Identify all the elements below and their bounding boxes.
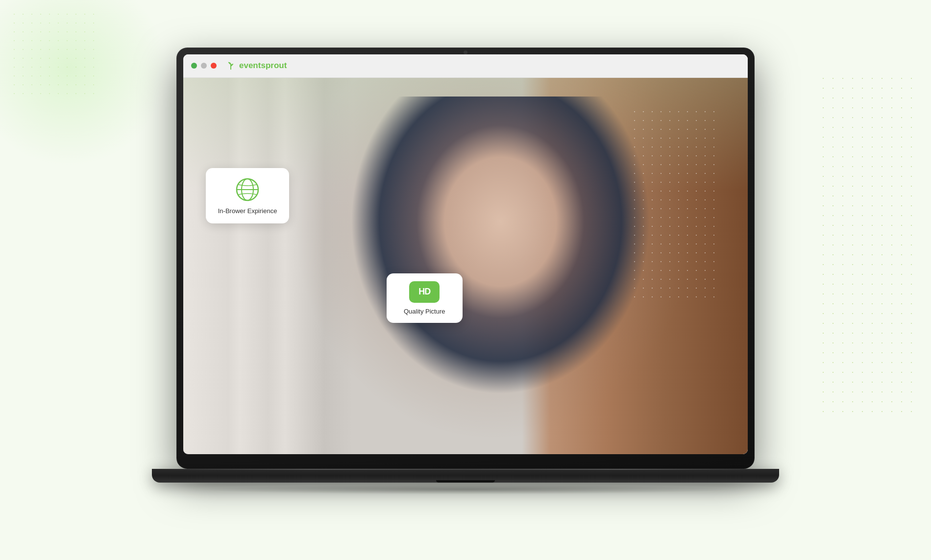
trackpad-notch	[436, 480, 495, 483]
scene-dot-overlay	[630, 107, 718, 303]
logo-text: eventsprout	[239, 61, 287, 71]
dot-grid-right	[818, 73, 916, 416]
badge-hd-quality: HD Quality Picture	[387, 273, 463, 323]
laptop-mockup: eventsprout	[157, 48, 774, 513]
dot-grid-topleft	[10, 10, 98, 98]
logo-event: event	[239, 61, 261, 70]
person-figure	[324, 97, 663, 454]
sprout-logo-icon	[225, 60, 236, 71]
video-content-area: In-Brower Expirience HD Quality Picture	[183, 78, 748, 454]
traffic-light-green[interactable]	[191, 63, 197, 69]
badge-browser-label: In-Brower Expirience	[218, 207, 277, 215]
browser-window: eventsprout	[183, 54, 748, 454]
hinge-line	[152, 469, 779, 470]
eventsprout-logo[interactable]: eventsprout	[225, 60, 287, 71]
badge-browser-experience: In-Brower Expirience	[206, 168, 289, 223]
laptop-base	[152, 469, 779, 483]
browser-toolbar: eventsprout	[183, 54, 748, 78]
globe-icon	[235, 177, 260, 202]
badge-hd-label: Quality Picture	[404, 308, 445, 315]
hd-icon: HD	[409, 281, 440, 303]
traffic-lights	[191, 63, 217, 69]
laptop-shadow	[196, 485, 735, 494]
logo-sprout: sprout	[261, 61, 287, 70]
laptop-screen-frame: eventsprout	[176, 48, 755, 469]
traffic-light-red[interactable]	[211, 63, 217, 69]
scene-background: In-Brower Expirience HD Quality Picture	[183, 78, 748, 454]
hd-text: HD	[418, 287, 430, 297]
traffic-light-yellow[interactable]	[201, 63, 207, 69]
